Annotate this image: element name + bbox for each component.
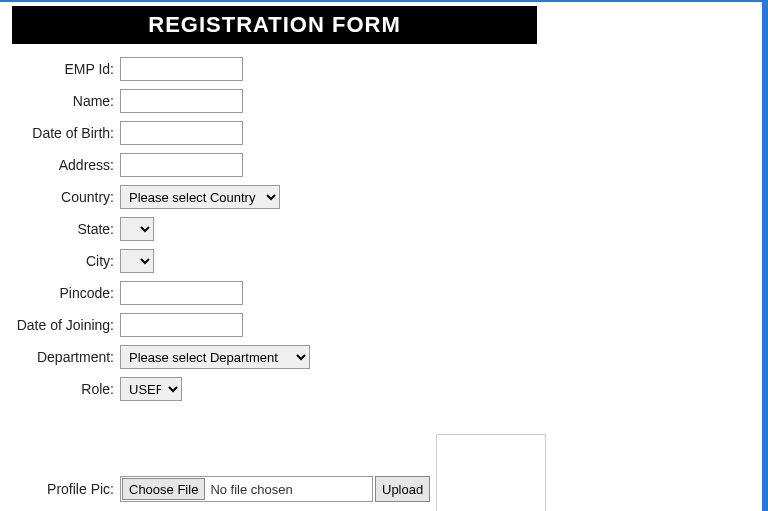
choose-file-button[interactable]: Choose File: [122, 478, 205, 500]
input-name[interactable]: [120, 89, 243, 113]
label-department: Department:: [0, 349, 120, 365]
input-emp-id[interactable]: [120, 57, 243, 81]
row-profile-pic: Profile Pic: Choose File No file chosen …: [0, 434, 762, 511]
input-pincode[interactable]: [120, 281, 243, 305]
file-input-wrapper[interactable]: Choose File No file chosen: [120, 476, 373, 502]
row-state: State:: [0, 216, 762, 242]
row-address: Address:: [0, 152, 762, 178]
row-emp-id: EMP Id:: [0, 56, 762, 82]
select-state[interactable]: [120, 217, 154, 241]
input-dob[interactable]: [120, 121, 243, 145]
label-state: State:: [0, 221, 120, 237]
registration-form: EMP Id: Name: Date of Birth: Address: Co…: [0, 56, 762, 511]
image-preview-box: [436, 434, 546, 511]
label-doj: Date of Joining:: [0, 317, 120, 333]
select-city[interactable]: [120, 249, 154, 273]
row-role: Role: USER: [0, 376, 762, 402]
select-country[interactable]: Please select Country: [120, 185, 280, 209]
file-status-text: No file chosen: [206, 482, 292, 497]
row-dob: Date of Birth:: [0, 120, 762, 146]
input-address[interactable]: [120, 153, 243, 177]
label-emp-id: EMP Id:: [0, 61, 120, 77]
row-doj: Date of Joining:: [0, 312, 762, 338]
label-pincode: Pincode:: [0, 285, 120, 301]
row-country: Country: Please select Country: [0, 184, 762, 210]
label-address: Address:: [0, 157, 120, 173]
row-department: Department: Please select Department: [0, 344, 762, 370]
select-department[interactable]: Please select Department: [120, 345, 310, 369]
label-name: Name:: [0, 93, 120, 109]
row-name: Name:: [0, 88, 762, 114]
row-city: City:: [0, 248, 762, 274]
label-country: Country:: [0, 189, 120, 205]
label-dob: Date of Birth:: [0, 125, 120, 141]
upload-button[interactable]: Upload: [375, 476, 430, 502]
form-header: REGISTRATION FORM: [12, 6, 537, 44]
input-doj[interactable]: [120, 313, 243, 337]
label-profile-pic: Profile Pic:: [0, 481, 120, 497]
select-role[interactable]: USER: [120, 377, 182, 401]
row-pincode: Pincode:: [0, 280, 762, 306]
label-role: Role:: [0, 381, 120, 397]
label-city: City:: [0, 253, 120, 269]
